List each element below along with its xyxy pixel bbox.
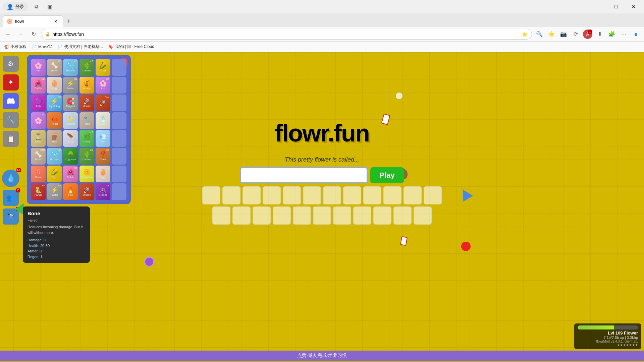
screenshot-icon[interactable]: 📷 bbox=[558, 29, 569, 40]
inventory-item-faster-2[interactable]: x2 ⚡ Faster bbox=[47, 183, 62, 200]
favorites-icon[interactable]: ⭐ bbox=[546, 29, 557, 40]
minimize-button[interactable]: ─ bbox=[591, 1, 606, 12]
app-button[interactable]: ✦ bbox=[3, 74, 19, 90]
settings-icon[interactable]: ⋯ bbox=[619, 29, 629, 40]
tab-close-button[interactable]: ✕ bbox=[53, 18, 59, 24]
inventory-item-dahlia-2[interactable]: x3 🌺 Dahlia bbox=[63, 166, 78, 182]
xp-bar bbox=[578, 325, 638, 329]
flower-name-input[interactable] bbox=[240, 167, 368, 183]
flower-input-row: Play bbox=[240, 167, 404, 183]
right-arrow-entity[interactable] bbox=[463, 190, 473, 202]
fangs-icon: 🐍 bbox=[35, 187, 42, 193]
active-tab[interactable]: 🌸 flowr ✕ bbox=[3, 15, 63, 27]
inventory-item-dandelion[interactable]: 🌼 Dandelion bbox=[79, 166, 94, 182]
notes-button[interactable]: 📋 bbox=[3, 131, 19, 147]
settings-button[interactable]: ⚙ bbox=[3, 56, 19, 72]
inventory-item-bubble-1[interactable]: x2 🫧 Bubble bbox=[63, 59, 78, 76]
inventory-item-egg-1[interactable]: x4 🥚 Egg bbox=[47, 77, 62, 94]
sync-icon[interactable]: ⟳ bbox=[570, 29, 581, 40]
dahlia-icon: 🌺 bbox=[35, 80, 42, 86]
maximize-button[interactable]: ❐ bbox=[608, 1, 624, 12]
inventory-item-missile-2[interactable]: x10 🚀 bbox=[96, 95, 110, 111]
url-text: https://flowr.fun bbox=[52, 32, 520, 37]
back-button[interactable]: ← bbox=[3, 29, 13, 40]
inventory-item-claw[interactable]: x3 🦞 Claw bbox=[96, 148, 110, 165]
coral-icon: 🪸 bbox=[35, 169, 42, 175]
tooltip-damage: Damage: 0 bbox=[28, 237, 85, 243]
search-icon[interactable]: 🔍 bbox=[534, 29, 545, 40]
tool-button[interactable]: 🔧 bbox=[3, 112, 19, 128]
inventory-item-fangs[interactable]: x5 🐍 Fangs bbox=[31, 183, 46, 200]
guess-boxes bbox=[202, 186, 442, 227]
inventory-item-iris-1[interactable]: 🌸 Iris bbox=[31, 59, 46, 76]
inventory-item-grapes[interactable]: x2 🍇 Grapes bbox=[96, 183, 110, 200]
inventory-item-cactus-2[interactable]: x6 🌵 Cactus bbox=[79, 148, 94, 165]
inventory-item-bone-1[interactable]: x2 🦴 Bone bbox=[47, 59, 62, 76]
edge-icon[interactable]: e bbox=[631, 29, 641, 40]
bookmark-marsoj[interactable]: 📄 MarsOJ bbox=[32, 45, 52, 49]
inventory-item-cactus-1[interactable]: x2 🌵 Cactus bbox=[79, 59, 94, 76]
bookmark-doc[interactable]: 📄 使用文档 | 养老机场... bbox=[58, 44, 103, 50]
inventory-item-wing[interactable]: 🪶 Wing bbox=[63, 130, 78, 147]
inventory-item-bone-2[interactable]: x18 🦴 Bone bbox=[31, 148, 46, 165]
inventory-item-unknown[interactable]: x3 🌸 bbox=[31, 112, 46, 129]
inventory-item-empty-3 bbox=[112, 95, 126, 111]
inventory-item-rack[interactable]: 🔧 Rack bbox=[79, 112, 94, 129]
new-tab-button[interactable]: + bbox=[63, 15, 74, 27]
guess-box bbox=[323, 186, 341, 204]
tab-manager-icon[interactable]: ⧉ bbox=[31, 1, 42, 12]
red-ball-entity bbox=[461, 242, 471, 251]
address-bar[interactable]: 🔒 https://flowr.fun ⭐ bbox=[41, 29, 532, 40]
inventory-item-coral[interactable]: 🪸 Coral bbox=[31, 166, 46, 182]
inventory-item-faster-1[interactable]: x6 ⚡ Faster bbox=[63, 77, 78, 94]
tooltip-description: Reduces incoming damage. But it will wit… bbox=[28, 224, 85, 235]
inventory-item-powder[interactable]: x4 ✨ Powder bbox=[63, 112, 78, 129]
downloads-icon[interactable]: ⬇ bbox=[594, 29, 605, 40]
inventory-item-missile-1[interactable]: 🚀 Missile bbox=[79, 95, 94, 111]
inventory-item-stick[interactable]: 🪵 Stick bbox=[47, 130, 62, 147]
inventory-item-egg-2[interactable]: x12 🥚 Egg bbox=[96, 166, 110, 182]
guess-box bbox=[363, 186, 381, 204]
inventory-item-lightning[interactable]: x2 ⚡ Lightning bbox=[47, 95, 62, 111]
inventory-item-corn-2[interactable]: 🌽 Corn bbox=[47, 166, 62, 182]
drop-badge: M bbox=[16, 168, 21, 172]
card bbox=[381, 114, 390, 125]
inventory-item-corn-1[interactable]: 🌽 Corn bbox=[96, 59, 110, 76]
inventory-item-pincer[interactable]: 🦀 Pincer bbox=[47, 112, 62, 129]
inventory-item-jelly[interactable]: 🟣 Jelly bbox=[31, 95, 46, 111]
version-text: flowrMod v1.4.3.1, client 1.1 bbox=[578, 340, 638, 343]
inventory-item-fire[interactable]: 🔥 Fire bbox=[63, 183, 78, 200]
corn-icon-2: 🌽 bbox=[51, 169, 58, 175]
inventory-item-honey[interactable]: 🍯 Honey bbox=[79, 77, 94, 94]
bookmark-monkey[interactable]: 🐒 小猴编程 bbox=[4, 44, 26, 50]
bookmark-cloud[interactable]: 🔖 我的订阅 - Free Cloud bbox=[108, 44, 154, 50]
tooltip-status: Failed bbox=[28, 218, 85, 223]
guess-row-2 bbox=[202, 206, 442, 225]
close-button[interactable]: ✕ bbox=[626, 1, 641, 12]
inventory-item-yucca[interactable]: x2 🌿 Yucca bbox=[79, 130, 94, 147]
inventory-item-sand[interactable]: ⏳ Sand bbox=[31, 130, 46, 147]
discord-button[interactable] bbox=[3, 93, 19, 109]
sand-icon: ⏳ bbox=[35, 134, 42, 140]
guess-box bbox=[283, 186, 301, 204]
inventory-item-iris-2[interactable]: x4 🌸 Iris bbox=[96, 77, 110, 94]
inventory-item-bubble-2[interactable]: x2 🫧 Bubble bbox=[47, 148, 62, 165]
left-sidebar: ⚙ ✦ 🔧 📋 💧 M 👥 C 🔭 M bbox=[0, 52, 21, 361]
forward-button[interactable]: → bbox=[15, 29, 26, 40]
sidebar-toggle-icon[interactable]: ▣ bbox=[44, 1, 55, 12]
powder-icon: ✨ bbox=[67, 116, 74, 122]
inventory-item-dahlia-1[interactable]: x2 🌺 Dahlia bbox=[31, 77, 46, 94]
extensions-icon[interactable]: 🧩 bbox=[606, 29, 617, 40]
inventory-item-yggdrasil[interactable]: 🌳 Yggdrasil bbox=[63, 148, 78, 165]
reload-button[interactable]: ↻ bbox=[28, 29, 39, 40]
inventory-item-missile-3[interactable]: 🚀 Missile bbox=[79, 183, 94, 200]
play-button[interactable]: Play bbox=[370, 167, 404, 183]
white-dot bbox=[396, 93, 402, 99]
inventory-item-magnet[interactable]: 🧲 Magnet bbox=[63, 95, 78, 111]
profile-button[interactable]: 👤 登录 bbox=[3, 2, 28, 11]
profile-icon[interactable]: A 1 bbox=[582, 29, 593, 40]
drop-button[interactable]: 💧 M bbox=[2, 170, 19, 187]
inventory-item-salt[interactable]: x2 🧂 Salt bbox=[96, 112, 110, 129]
inventory-item-air[interactable]: 💨 Air bbox=[96, 130, 110, 147]
title-bar: 👤 登录 ⧉ ▣ ─ ❐ ✕ bbox=[0, 0, 644, 13]
